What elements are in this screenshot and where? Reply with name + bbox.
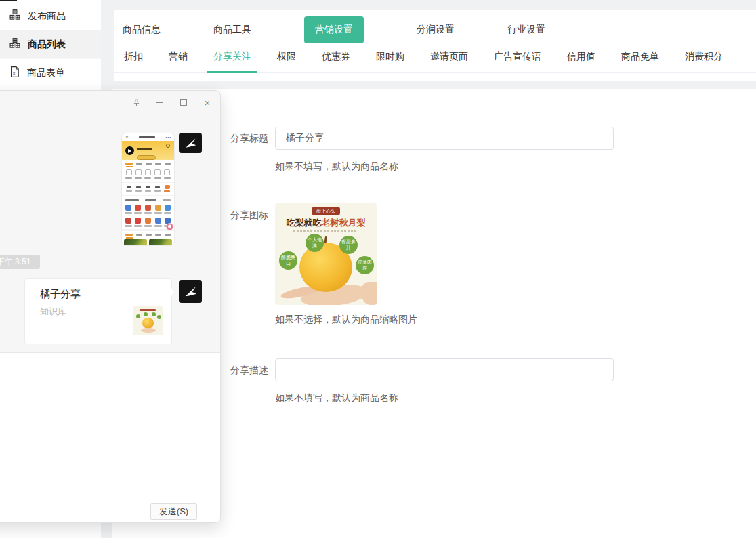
share-icon-image[interactable]: 甜上心头 吃梨就吃老树秋月梨 个大饱满 香甜多汁 酥脆爽口 皮薄肉厚 <box>275 203 377 305</box>
user-avatar[interactable] <box>179 133 202 153</box>
vip-badge <box>137 155 156 160</box>
cubes-icon <box>9 37 21 51</box>
chat-preview-window: × ×⋯ <box>0 90 221 523</box>
share-card-title: 橘子分享 <box>40 288 171 301</box>
phone-statusbar: ×⋯ <box>122 133 174 141</box>
feature-badge: 香甜多汁 <box>339 236 358 254</box>
sidebar-item-label: 商品表单 <box>27 67 65 79</box>
phone-close-icon: × <box>125 135 129 140</box>
phone-icon-row <box>122 166 174 183</box>
phone-app-icon <box>123 203 133 216</box>
primary-tabs: 商品信息商品工具营销设置分润设置行业设置 <box>114 10 756 49</box>
phone-profile-header <box>122 141 174 160</box>
phone-app-icon <box>163 203 173 216</box>
phone-avatar <box>125 146 134 155</box>
sidebar-item[interactable]: x商品表单 <box>0 59 101 87</box>
secondary-tab[interactable]: 营销 <box>167 49 189 72</box>
phone-stats-row <box>122 183 174 196</box>
phone-app-icon <box>133 203 144 216</box>
share-desc-hint: 如果不填写，默认为商品名称 <box>275 392 756 405</box>
sidebar-item-label: 发布商品 <box>28 10 66 22</box>
secondary-tab-label: 信用值 <box>567 51 595 62</box>
secondary-tab-label: 消费积分 <box>685 51 723 62</box>
secondary-tab[interactable]: 优惠券 <box>320 49 352 72</box>
secondary-tab-label: 营销 <box>169 51 188 62</box>
secondary-tab-label: 权限 <box>277 51 296 62</box>
secondary-tab-label: 优惠券 <box>322 51 350 62</box>
secondary-tab-label: 邀请页面 <box>430 51 468 62</box>
arm-illustration <box>362 282 377 305</box>
maximize-icon[interactable] <box>176 95 191 110</box>
send-button[interactable]: 发送(S) <box>150 503 197 520</box>
secondary-tab[interactable]: 分享关注 <box>212 49 253 72</box>
svg-text:x: x <box>13 70 16 75</box>
share-icon-hint: 如果不选择，默认为商品缩略图片 <box>275 314 756 326</box>
primary-tab[interactable]: 营销设置 <box>304 16 364 43</box>
product-image-subline <box>293 230 358 232</box>
secondary-tab[interactable]: 权限 <box>276 49 297 72</box>
phone-product-tabs <box>122 231 174 237</box>
cubes-icon <box>9 9 21 23</box>
primary-tab[interactable]: 商品工具 <box>213 24 251 36</box>
share-title-input[interactable] <box>275 127 614 150</box>
phone-info-icon <box>166 144 170 148</box>
secondary-tab-label: 商品免单 <box>621 51 659 62</box>
secondary-tab[interactable]: 广告宣传语 <box>492 49 543 72</box>
phone-app-icon <box>123 216 133 229</box>
phone-app-icon <box>153 216 163 229</box>
share-link-card[interactable]: 橘子分享 知识库 <box>24 278 172 344</box>
secondary-tab[interactable]: 限时购 <box>375 49 406 72</box>
secondary-tab-label: 限时购 <box>376 51 404 62</box>
sidebar-item[interactable]: 商品列表 <box>0 30 101 59</box>
share-title-hint: 如果不填写，默认为商品名称 <box>275 161 756 173</box>
secondary-tab[interactable]: 邀请页面 <box>429 49 469 72</box>
share-desc-input[interactable] <box>275 358 614 381</box>
secondary-tab-label: 广告宣传语 <box>494 51 541 62</box>
app-window: 发布商品商品列表x商品表单 商品信息商品工具营销设置分润设置行业设置 折扣营销分… <box>0 0 756 538</box>
user-avatar[interactable] <box>179 280 202 303</box>
floating-button <box>166 223 173 230</box>
secondary-tab-label: 分享关注 <box>213 51 251 62</box>
phone-app-icon <box>143 203 153 216</box>
secondary-tab[interactable]: 折扣 <box>123 49 144 72</box>
sidebar-item[interactable]: 发布商品 <box>0 2 101 30</box>
timestamp-badge: 下午 3:51 <box>0 255 40 269</box>
phone-section-headers <box>122 196 174 203</box>
share-card-thumbnail <box>133 306 163 335</box>
chat-input-area[interactable]: 发送(S) <box>0 352 220 522</box>
primary-tab[interactable]: 行业设置 <box>507 24 545 36</box>
secondary-tabs: 折扣营销分享关注权限优惠券限时购邀请页面广告宣传语信用值商品免单消费积分 <box>114 49 756 73</box>
top-left-strip <box>0 0 17 1</box>
sidebar-item-label: 商品列表 <box>28 39 66 51</box>
secondary-tab[interactable]: 信用值 <box>566 49 597 72</box>
feature-badge: 酥脆爽口 <box>279 251 297 270</box>
tabs-card: 商品信息商品工具营销设置分润设置行业设置 折扣营销分享关注权限优惠券限时购邀请页… <box>114 10 756 81</box>
secondary-tab[interactable]: 商品免单 <box>620 49 660 72</box>
phone-app-grid <box>122 203 174 229</box>
phone-tabs <box>122 160 174 166</box>
chat-message-area: ×⋯ <box>0 131 220 352</box>
phone-app-icon <box>133 216 144 229</box>
product-image-title: 吃梨就吃老树秋月梨 <box>275 217 377 229</box>
secondary-tab[interactable]: 消费积分 <box>684 49 724 72</box>
minimize-icon[interactable] <box>152 95 167 110</box>
form-doc-icon: x <box>9 66 20 80</box>
product-ribbon-badge: 甜上心头 <box>312 207 340 215</box>
feature-badge: 皮薄肉厚 <box>356 256 374 274</box>
close-icon[interactable]: × <box>200 95 215 110</box>
phone-more-icon: ⋯ <box>165 135 171 140</box>
chat-titlebar: × <box>0 91 220 131</box>
secondary-tab-label: 折扣 <box>124 51 143 62</box>
pin-icon[interactable] <box>129 95 144 110</box>
primary-tab[interactable]: 商品信息 <box>123 24 161 36</box>
phone-app-icon <box>153 203 163 216</box>
phone-screenshot-message[interactable]: ×⋯ <box>121 133 175 246</box>
primary-tab[interactable]: 分润设置 <box>417 24 455 36</box>
feature-badge: 个大饱满 <box>306 234 324 252</box>
phone-app-icon <box>143 216 153 229</box>
